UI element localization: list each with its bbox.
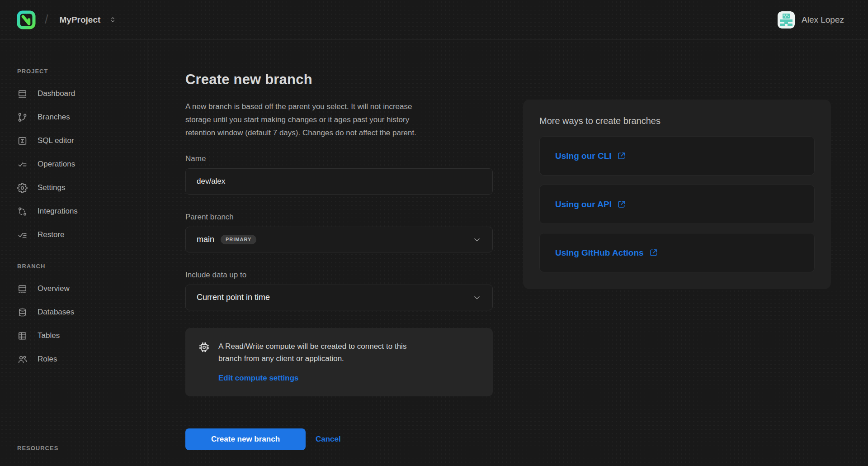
description-line: storage until you start making changes o…: [185, 113, 493, 126]
operations-icon: [17, 159, 28, 170]
external-link-icon: [617, 200, 626, 209]
primary-badge: PRIMARY: [221, 235, 256, 244]
sidebar-item-label: Branches: [38, 113, 70, 122]
parent-branch-select[interactable]: main PRIMARY: [185, 227, 493, 252]
sidebar-item-tables[interactable]: Tables: [17, 324, 147, 347]
external-link-icon: [617, 151, 626, 161]
api-link-label: Using our API: [555, 200, 612, 209]
sidebar-item-overview[interactable]: Overview: [17, 277, 147, 300]
compute-note: A Read/Write compute will be created to …: [218, 340, 406, 365]
chevron-down-icon: [472, 293, 481, 302]
page-title: Create new branch: [185, 71, 493, 88]
git-branch-icon: [17, 112, 28, 123]
sidebar-item-label: SQL editor: [38, 136, 74, 145]
github-actions-card[interactable]: Using GitHub Actions: [539, 233, 815, 272]
compute-info-box: A Read/Write compute will be created to …: [185, 328, 493, 396]
edit-compute-settings-link[interactable]: Edit compute settings: [218, 374, 299, 383]
user-menu[interactable]: Alex Lopez: [775, 11, 847, 29]
sidebar-item-label: Settings: [38, 183, 65, 192]
integrations-icon: [17, 206, 28, 217]
sidebar-section-resources: RESOURCES: [17, 445, 147, 452]
project-name: MyProject: [60, 15, 101, 25]
sidebar-item-label: Databases: [38, 308, 74, 317]
chevron-down-icon: [472, 235, 481, 244]
sidebar: PROJECT Dashboard Branches: [0, 40, 147, 466]
project-selector[interactable]: MyProject: [57, 14, 120, 25]
avatar: [778, 11, 795, 29]
sidebar-section-project: PROJECT: [17, 68, 147, 75]
more-ways-title: More ways to create branches: [539, 116, 815, 126]
sidebar-item-label: Dashboard: [38, 89, 75, 98]
sidebar-item-operations[interactable]: Operations: [17, 152, 147, 176]
dashboard-icon: [17, 89, 28, 99]
sidebar-item-integrations[interactable]: Integrations: [17, 200, 147, 223]
overview-icon: [17, 284, 28, 294]
parent-branch-value: main: [197, 235, 214, 244]
compute-note-line: branch from any client or application.: [218, 354, 344, 363]
sidebar-item-label: Roles: [38, 355, 57, 364]
sidebar-item-sql-editor[interactable]: SQL editor: [17, 129, 147, 152]
include-data-select[interactable]: Current point in time: [185, 285, 493, 310]
cancel-link[interactable]: Cancel: [316, 435, 341, 444]
top-bar: / MyProject: [0, 0, 868, 40]
table-icon: [17, 331, 28, 341]
breadcrumb: / MyProject: [16, 10, 119, 30]
sql-editor-icon: [17, 136, 28, 146]
sidebar-item-settings[interactable]: Settings: [17, 176, 147, 200]
branch-name-input[interactable]: [185, 168, 493, 195]
create-branch-form: Create new branch A new branch is based …: [185, 71, 493, 450]
breadcrumb-divider: /: [45, 13, 48, 27]
neon-logo-icon[interactable]: [16, 10, 36, 30]
compute-note-line: A Read/Write compute will be created to …: [218, 342, 406, 351]
github-actions-link-label: Using GitHub Actions: [555, 248, 644, 258]
sidebar-item-roles[interactable]: Roles: [17, 347, 147, 371]
sidebar-item-dashboard[interactable]: Dashboard: [17, 82, 147, 105]
include-data-value: Current point in time: [197, 293, 270, 302]
cli-link-label: Using our CLI: [555, 151, 612, 161]
sidebar-item-branches[interactable]: Branches: [17, 105, 147, 129]
sidebar-item-label: Integrations: [38, 207, 78, 216]
sidebar-item-label: Restore: [38, 230, 65, 239]
cli-card[interactable]: Using our CLI: [539, 136, 815, 176]
api-card[interactable]: Using our API: [539, 185, 815, 224]
sidebar-section-branch: BRANCH: [17, 263, 147, 270]
sidebar-item-label: Tables: [38, 331, 60, 340]
main-content: Create new branch A new branch is based …: [147, 40, 868, 466]
app-root: / MyProject: [0, 0, 868, 466]
roles-icon: [17, 354, 28, 365]
description-line: retention window (default 7 days). Chang…: [185, 126, 493, 139]
external-link-icon: [649, 248, 658, 257]
gear-icon: [17, 183, 28, 193]
description-line: A new branch is based off the parent you…: [185, 100, 493, 113]
sidebar-item-label: Overview: [38, 284, 70, 293]
page-description: A new branch is based off the parent you…: [185, 100, 493, 139]
name-label: Name: [185, 154, 493, 163]
chevrons-up-down-icon: [109, 16, 117, 24]
parent-branch-label: Parent branch: [185, 213, 493, 222]
sidebar-item-label: Operations: [38, 160, 75, 169]
cpu-chip-icon: [198, 341, 210, 353]
create-branch-button[interactable]: Create new branch: [185, 428, 306, 450]
include-data-label: Include data up to: [185, 271, 493, 280]
sidebar-item-databases[interactable]: Databases: [17, 300, 147, 324]
sidebar-item-restore[interactable]: Restore: [17, 223, 147, 247]
more-ways-panel: More ways to create branches Using our C…: [523, 100, 831, 289]
restore-icon: [17, 230, 28, 240]
user-name: Alex Lopez: [802, 15, 844, 25]
database-icon: [17, 307, 28, 318]
